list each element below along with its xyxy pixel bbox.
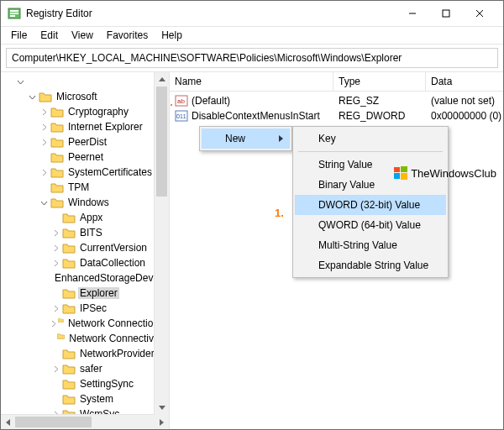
dword-value-icon: 011 [175,109,188,123]
tree-label: TPM [66,181,91,193]
chevron-right-icon[interactable] [38,166,50,178]
tree-node[interactable]: DataCollection [3,255,169,270]
chevron-right-icon[interactable] [38,106,50,118]
tree-label: IPSec [78,302,108,314]
title-bar: Registry Editor [1,1,503,27]
minimize-button[interactable] [396,2,429,25]
context-item-multistring[interactable]: Multi-String Value [295,235,446,255]
tree-node[interactable] [3,74,169,89]
chevron-right-icon[interactable] [50,363,61,375]
folder-icon [50,121,64,133]
tree-node-microsoft[interactable]: Microsoft [3,89,169,104]
scroll-left-button[interactable] [1,415,15,429]
svg-text:ab: ab [177,97,185,105]
chevron-right-icon[interactable] [50,408,61,414]
chevron-right-icon[interactable] [38,136,50,148]
value-name: DisableContextMenusInStart [192,110,320,122]
context-menu-item-new[interactable]: New [202,128,290,149]
tree-label: Windows [66,197,111,208]
folder-icon [62,363,76,375]
chevron-right-icon[interactable] [38,121,50,133]
value-row-disablecontextmenus[interactable]: 011 DisableContextMenusInStart REG_DWORD… [170,108,503,123]
tree-node-explorer[interactable]: Explorer [3,286,169,301]
tree-node[interactable]: PeerDist [3,134,169,149]
context-item-key[interactable]: Key [295,128,446,149]
tree-node[interactable]: WcmSvc [3,406,169,414]
value-list[interactable]: ab (Default) REG_SZ (value not set) 011 … [170,92,503,123]
tree-node[interactable]: SystemCertificates [3,165,169,180]
tree-node[interactable]: IPSec [3,301,169,316]
scroll-right-button[interactable] [155,415,169,429]
tree-node[interactable]: EnhancedStorageDevices [3,270,169,286]
windows-logo-icon [394,166,407,180]
menu-edit[interactable]: Edit [34,28,65,43]
context-item-qword64[interactable]: QWORD (64-bit) Value [295,215,446,235]
context-item-expandable[interactable]: Expandable String Value [295,255,446,275]
svg-rect-2 [10,13,18,14]
folder-icon [62,212,76,223]
chevron-right-icon[interactable] [50,257,61,269]
folder-icon [62,378,76,390]
tree-pane: Microsoft Cryptography Internet Explorer… [1,72,170,429]
menu-file[interactable]: File [4,28,34,43]
chevron-down-icon[interactable] [14,76,26,87]
scroll-thumb[interactable] [15,417,92,427]
chevron-right-icon[interactable] [50,302,61,314]
folder-icon [62,257,76,269]
vertical-scrollbar[interactable] [154,72,169,415]
chevron-right-icon[interactable] [50,242,61,254]
tree[interactable]: Microsoft Cryptography Internet Explorer… [1,72,169,414]
address-bar[interactable]: Computer\HKEY_LOCAL_MACHINE\SOFTWARE\Pol… [6,48,498,68]
menu-help[interactable]: Help [155,28,189,43]
folder-icon [57,333,65,344]
folder-icon [62,348,76,359]
column-data[interactable]: Data [426,72,503,91]
column-name[interactable]: Name [170,72,333,91]
maximize-button[interactable] [429,2,463,25]
scroll-thumb[interactable] [156,87,167,197]
menu-favorites[interactable]: Favorites [100,28,155,43]
value-type: REG_DWORD [333,110,426,122]
annotation-one: 1. [275,207,284,219]
watermark-text: TheWindowsClub [411,167,496,180]
tree-node[interactable]: Internet Explorer [3,119,169,134]
tree-node[interactable]: SettingSync [3,376,169,391]
address-text: Computer\HKEY_LOCAL_MACHINE\SOFTWARE\Pol… [12,52,402,64]
tree-node[interactable]: safer [3,361,169,376]
tree-label: Internet Explorer [66,121,144,133]
value-data: (value not set) [426,95,503,107]
tree-node[interactable]: NetworkProvider [3,346,169,361]
tree-label: System [78,393,115,405]
tree-node[interactable]: TPM [3,180,169,195]
tree-node[interactable]: Network Connectivity [3,331,169,346]
context-menu-group: New Key String Value Binary Value DWORD … [199,126,449,278]
chevron-right-icon[interactable] [50,317,57,329]
tree-node[interactable]: Peernet [3,149,169,165]
value-row-default[interactable]: ab (Default) REG_SZ (value not set) [170,93,503,108]
registry-editor-window: Registry Editor File Edit View Favorites… [0,0,504,430]
horizontal-scrollbar[interactable] [1,414,169,429]
tree-node[interactable]: System [3,391,169,406]
chevron-down-icon[interactable] [38,197,50,208]
chevron-down-icon[interactable] [26,91,38,102]
tree-node-windows[interactable]: Windows [3,195,169,210]
scroll-track[interactable] [155,87,169,401]
chevron-right-icon[interactable] [50,227,61,239]
scroll-track[interactable] [15,415,155,429]
tree-node[interactable]: BITS [3,225,169,240]
context-item-dword32[interactable]: DWORD (32-bit) Value [295,195,446,215]
menu-view[interactable]: View [65,28,100,43]
close-button[interactable] [463,2,496,25]
folder-icon [62,287,76,299]
tree-label: DataCollection [78,257,147,269]
scroll-down-button[interactable] [155,401,169,415]
tree-node[interactable]: Network Connections [3,316,169,331]
column-type[interactable]: Type [333,72,426,91]
folder-icon [50,106,64,118]
list-pane: Name Type Data ab (Default) REG_SZ (valu… [170,72,503,429]
annotation-two: 2. [170,96,173,108]
scroll-up-button[interactable] [155,72,169,87]
tree-node[interactable]: Appx [3,210,169,225]
tree-node[interactable]: Cryptography [3,104,169,119]
tree-node[interactable]: CurrentVersion [3,240,169,255]
